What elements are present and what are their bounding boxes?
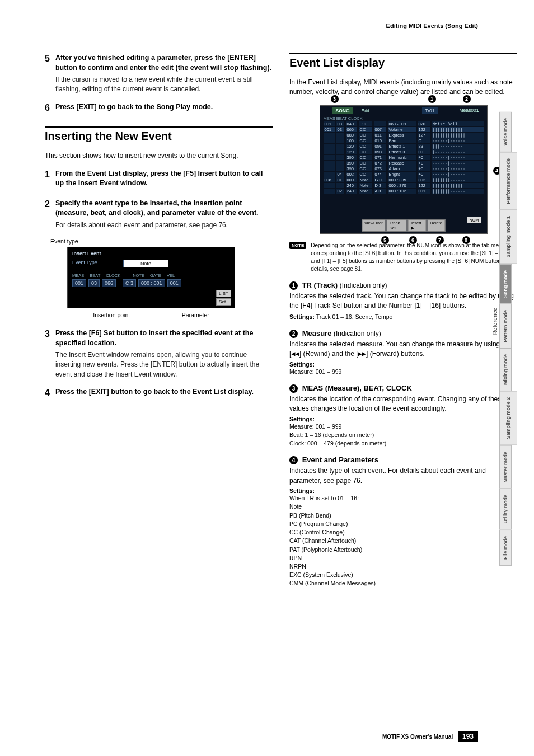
event-row: 00103040PC 063 - 001020Noise Bell bbox=[324, 121, 484, 126]
list-button: LIST bbox=[216, 290, 231, 297]
settings-text: Track 01 – 16, Scene, Tempo bbox=[316, 313, 393, 320]
event-row: 00601000NoteG 0000 : 335092|||||||------ bbox=[324, 177, 484, 182]
rewind-icon: ◀◀ bbox=[291, 350, 299, 358]
side-tab-performance[interactable]: Performance mode bbox=[499, 152, 517, 210]
tab-viewfilter: ViewFilter bbox=[362, 219, 386, 232]
callout-8: 8 bbox=[462, 236, 470, 244]
settings-label: Settings: bbox=[289, 487, 517, 494]
step-5: 5 After you've finished editing a parame… bbox=[45, 53, 273, 95]
step-text: The Insert Event window remains open, al… bbox=[55, 350, 273, 379]
event-type-label: Event type bbox=[50, 238, 273, 245]
step-title: Press [EXIT] to go back to the Song Play… bbox=[55, 102, 273, 112]
step-title: Specify the event type to be inserted, t… bbox=[55, 199, 273, 218]
settings-label: Settings: bbox=[289, 416, 517, 422]
event-row: 120CC093Effects 300|------------ bbox=[324, 149, 484, 154]
tab-insert: Insert ▶ bbox=[408, 219, 426, 232]
side-tab-utility[interactable]: Utility mode bbox=[499, 489, 512, 530]
insert-step-4: 4 Press the [EXIT] button to go back to … bbox=[45, 387, 273, 400]
shot1-val: 066 bbox=[102, 279, 116, 287]
event-row: 240NoteD 3000 : 370122|||||||||||| bbox=[324, 183, 484, 188]
step-number: 6 bbox=[45, 102, 50, 115]
shot1-hdr: MEAS bbox=[72, 273, 84, 278]
callout-5: 5 bbox=[381, 236, 389, 244]
reference-tab: Reference bbox=[492, 308, 498, 335]
event-row: 04002CC074Bright+0------|------ bbox=[324, 172, 484, 177]
shot2-tr: Tr01 bbox=[422, 107, 437, 114]
shot1-val: 001 bbox=[72, 279, 86, 287]
settings-item: EXC (System Exclusive) bbox=[289, 571, 517, 579]
settings-item: CAT (Channel Aftertouch) bbox=[289, 537, 517, 545]
shot1-val: C 3 bbox=[123, 279, 136, 287]
shot1-val: 000 : 001 bbox=[138, 279, 165, 287]
settings-item: PC (Program Change) bbox=[289, 520, 517, 528]
param-meas-beat-clock: 3 MEAS (Measure), BEAT, CLOCK Indicates … bbox=[289, 384, 517, 448]
param-name: MEAS (Measure), BEAT, CLOCK bbox=[302, 384, 412, 392]
event-row: 390CC072Release+0------|------ bbox=[324, 161, 484, 166]
step-number: 1 bbox=[45, 169, 50, 191]
callout-2: 2 bbox=[463, 95, 471, 103]
insert-event-screenshot: Insert Event Event Type Note MEAS BEAT C… bbox=[67, 247, 235, 308]
settings-label: Settings: bbox=[289, 361, 517, 368]
shot1-hdr: NOTE bbox=[133, 273, 144, 278]
side-tab-pattern[interactable]: Pattern mode bbox=[499, 304, 512, 349]
shot1-et-label: Event Type bbox=[72, 260, 97, 267]
side-tab-master[interactable]: Master mode bbox=[499, 445, 512, 489]
settings-label: Settings: bbox=[289, 313, 315, 320]
callout-1: 1 bbox=[428, 95, 436, 103]
shot2-meas: Meas001 bbox=[460, 107, 479, 113]
event-row: 080CC011Express127||||||||||||| bbox=[324, 133, 484, 138]
settings-item: PB (Pitch Bend) bbox=[289, 511, 517, 520]
side-tabs: Voice mode Performance mode Sampling mod… bbox=[499, 112, 517, 566]
shot2-cols: MEAS BEAT CLOCK bbox=[324, 116, 363, 121]
side-tab-mixing[interactable]: Mixing mode bbox=[499, 348, 512, 391]
tab-delete: Delete bbox=[427, 219, 445, 232]
step-number: 4 bbox=[45, 387, 50, 400]
callout-3: 3 bbox=[331, 95, 339, 103]
step-text: If the cursor is moved to a new event wh… bbox=[55, 75, 273, 95]
callout-7: 7 bbox=[436, 236, 444, 244]
side-tab-song[interactable]: Song mode bbox=[499, 264, 512, 304]
shot1-val: 001 bbox=[167, 279, 181, 287]
step-number: 2 bbox=[45, 199, 50, 230]
side-tab-sampling2[interactable]: Sampling mode 2 bbox=[499, 391, 517, 445]
shot1-val: 03 bbox=[88, 279, 100, 287]
param-num: 3 bbox=[289, 384, 298, 393]
param-text: Indicates the type of each event. For de… bbox=[289, 466, 517, 486]
shot1-hdr: GATE bbox=[150, 273, 161, 278]
shot2-edit: Edit bbox=[359, 107, 372, 114]
step-6: 6 Press [EXIT] to go back to the Song Pl… bbox=[45, 102, 273, 115]
side-tab-file[interactable]: File mode bbox=[499, 530, 512, 566]
note-icon: NOTE bbox=[289, 242, 306, 249]
param-hint: (Indication only) bbox=[340, 281, 387, 289]
side-tab-voice[interactable]: Voice mode bbox=[499, 112, 512, 152]
caption-insertion-point: Insertion point bbox=[93, 312, 130, 318]
callout-6: 6 bbox=[409, 236, 417, 244]
step-title: From the Event List display, press the [… bbox=[55, 169, 273, 189]
insert-step-2: 2 Specify the event type to be inserted,… bbox=[45, 199, 273, 230]
shot1-title: Insert Event bbox=[72, 251, 230, 256]
side-tab-sampling1[interactable]: Sampling mode 1 bbox=[499, 210, 517, 264]
param-event-parameters: 4 Event and Parameters Indicates the typ… bbox=[289, 456, 517, 588]
insert-step-1: 1 From the Event List display, press the… bbox=[45, 169, 273, 191]
step-text: For details about each event and paramet… bbox=[55, 220, 273, 230]
param-text: Indicates the selected measure. You can … bbox=[289, 340, 517, 359]
shot1-hdr: BEAT bbox=[90, 273, 100, 278]
step-title: Press the [EXIT] button to go back to th… bbox=[55, 387, 273, 397]
tab-tracksel: Track Sel bbox=[387, 219, 407, 232]
num-badge: NUM bbox=[467, 217, 481, 223]
param-name: TR (Track) bbox=[302, 281, 338, 289]
set-button: Set bbox=[216, 298, 231, 306]
section-intro: In the Event List display, MIDI events (… bbox=[289, 78, 517, 97]
step-number: 5 bbox=[45, 53, 50, 95]
event-row: 120CC091Effects 133|||--------- bbox=[324, 144, 484, 149]
event-row: 390CC073Attack+0------|------ bbox=[324, 166, 484, 171]
shot2-song: SONG bbox=[332, 107, 353, 114]
shot1-hdr: VEL bbox=[167, 273, 175, 278]
settings-text: Measure: 001 – 999 bbox=[289, 368, 517, 376]
footer: MOTIF XS Owner's Manual 193 bbox=[382, 732, 478, 740]
settings-item: PAT (Polyphonic Aftertouch) bbox=[289, 546, 517, 554]
step-title: After you've finished editing a paramete… bbox=[55, 53, 273, 73]
param-measure: 2 Measure (Indication only) Indicates th… bbox=[289, 329, 517, 376]
step-number: 3 bbox=[45, 328, 50, 379]
note-block: NOTE Depending on the selected parameter… bbox=[289, 242, 517, 273]
